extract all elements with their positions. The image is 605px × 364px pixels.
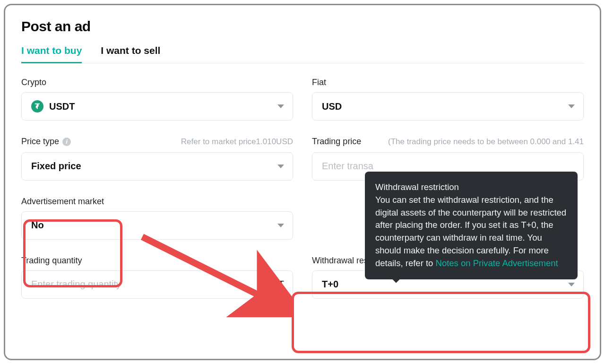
tooltip-title: Withdrawal restriction	[375, 182, 459, 192]
trading-quantity-label: Trading quantity	[21, 256, 293, 266]
fiat-label: Fiat	[312, 78, 584, 87]
tooltip-link[interactable]: Notes on Private Advertisement	[436, 258, 558, 268]
info-icon[interactable]: i	[62, 138, 71, 146]
trading-price-input[interactable]	[322, 161, 575, 172]
ad-market-value: No	[31, 220, 44, 231]
page-title: Post an ad	[21, 18, 584, 35]
crypto-select[interactable]: ₮ USDT	[21, 92, 293, 121]
tab-buy[interactable]: I want to buy	[21, 45, 82, 63]
chevron-down-icon	[277, 224, 284, 227]
chevron-down-icon	[277, 165, 284, 168]
trading-price-label: Trading price	[312, 137, 361, 147]
chevron-down-icon	[277, 104, 284, 108]
crypto-label: Crypto	[21, 78, 293, 87]
chevron-down-icon	[568, 283, 575, 286]
price-type-field: Price type i Refer to market price1.010U…	[21, 137, 293, 181]
chevron-down-icon	[568, 104, 575, 108]
tab-sell[interactable]: I want to sell	[101, 45, 160, 63]
trading-quantity-field: Trading quantity USDT	[21, 256, 293, 299]
ad-market-label: Advertisement market	[21, 197, 293, 207]
ad-market-field: Advertisement market No	[21, 197, 293, 240]
trading-quantity-input[interactable]	[31, 279, 259, 290]
price-type-value: Fixed price	[31, 161, 81, 172]
annotation-highlight-withdrawal	[292, 292, 590, 353]
usdt-icon: ₮	[31, 100, 43, 113]
price-type-select[interactable]: Fixed price	[21, 152, 293, 181]
fiat-select[interactable]: USD	[312, 92, 584, 121]
crypto-value: USDT	[49, 101, 75, 112]
crypto-field: Crypto ₮ USDT	[21, 78, 293, 121]
price-type-hint: Refer to market price1.010USD	[181, 137, 293, 147]
ad-market-select[interactable]: No	[21, 211, 293, 240]
trading-quantity-input-wrap[interactable]: USDT	[21, 270, 293, 299]
trading-quantity-suffix: USDT	[259, 279, 284, 290]
fiat-value: USD	[322, 101, 342, 112]
price-type-label: Price type	[21, 137, 59, 147]
withdrawal-value: T+0	[322, 279, 338, 290]
fiat-field: Fiat USD	[312, 78, 584, 121]
withdrawal-tooltip: Withdrawal restriction You can set the w…	[365, 172, 578, 279]
ad-type-tabs: I want to buy I want to sell	[21, 45, 584, 63]
trading-price-hint: (The trading price needs to be between 0…	[388, 137, 584, 147]
tooltip-body: You can set the withdrawal restriction, …	[375, 195, 566, 268]
